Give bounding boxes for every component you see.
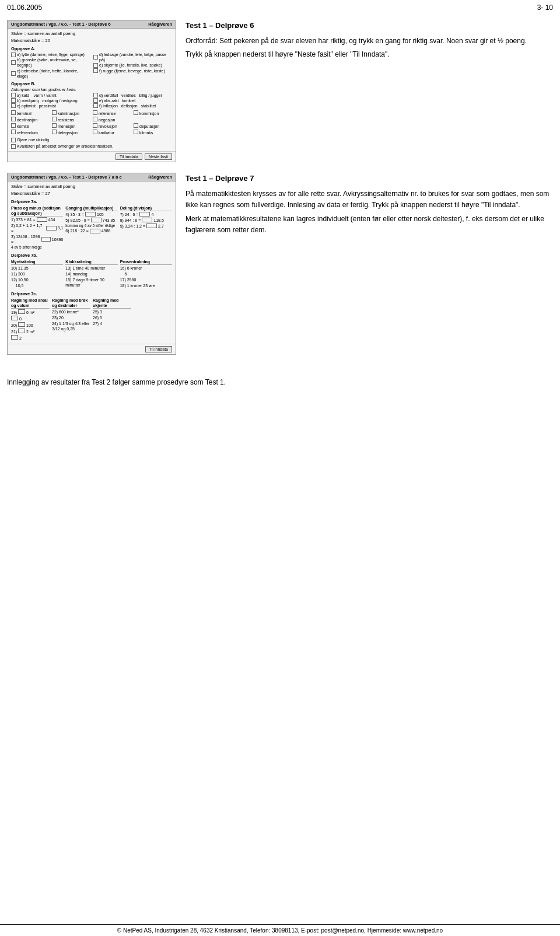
til-inndata-btn1[interactable]: Til inndata [116,153,142,160]
syn-item2: kulminasjon [52,110,90,116]
areal-row5: 2 [11,335,50,341]
screenshot7-advisor: Rådgiveren [148,174,172,180]
pros-row1: 16) 6 kroner [120,266,172,271]
col2-header: Ganging (multiplikasjon) [65,205,117,211]
math7b-col3: Prosentrakning 16) 6 kroner 6 17) 2580 1… [120,259,172,289]
task-a-item4: d) ledsage (vandre, lele, følge, passe p… [93,52,172,62]
pros-row2: 6 [120,271,172,277]
task-b-item5: e) abs-rakt konkret [93,98,172,103]
page-date: 01.06.2005 [7,4,42,12]
math1-row2: 2) 0,2 + 1,2 + 1,7 =3,1 [11,223,63,233]
task-a-item5: e) skjemte (jle, fortells, live, spøke) [93,62,172,68]
bottom-text-section: Innlegging av resultater fra Test 2 følg… [0,372,560,393]
math7c-columns: Ragning med areal og volum 19) 6 m² 0 20… [11,298,172,342]
klok-row2: 14) mandag [65,271,117,277]
screenshot6-title: Ungdomstrinnet / vgs. / v.o. - Test 1 - … [11,22,111,27]
math7c-col3: Ragning med ukjente 25) 3 26) 5 27) 4 [93,298,131,342]
task-e-section: Kvaliteten på arbeidet avhenger av arbei… [11,144,172,149]
math7b-col1: Myntrakning 10) 11,35 11) 300 12) 10,50 … [11,259,63,289]
screenshot7-body: Skåre = summen av antall poeng Maksimals… [8,181,176,344]
klokkrakning-header: Klokkrakning [65,259,117,265]
math7b-columns: Myntrakning 10) 11,35 11) 300 12) 10,50 … [11,259,172,289]
task-7a-header: Delprøve 7a. [11,199,172,205]
main-content: Ungdomstrinnet / vgs. / v.o. - Test 1 - … [0,15,560,370]
score-label: Skåre = summen av antall poeng [11,31,172,37]
klok-row1: 13) 1 time 40 minutter [65,266,117,271]
task-b-note: Antonymer som kan godtas er f.eks. [11,87,172,92]
section1-text: Test 1 – Delprøve 6 Ordforråd: Sett peke… [186,20,553,62]
task-a-header: Oppgave A. [11,46,172,52]
pros-row4: 18) 1 kroner 23 øre [120,283,172,288]
math2-row1: 4) 35 · 3 =105 [65,212,117,217]
math2-row3: 6) 218 · 22 =4988 [65,228,117,233]
task-a-col2: d) ledsage (vandre, lele, følge, passe p… [93,52,172,78]
syn-item10: menesjon [52,123,90,129]
neste-fasit-btn[interactable]: Neste fasit [145,153,172,160]
task-b-header: Oppgave B. [11,81,172,87]
screenshot-delprove7: Ungdomstrinnet / vgs. / v.o. - Test 1 - … [7,173,176,355]
col1-header: Pluss og minus (addisjon og subtraksjon) [11,205,63,216]
task-a-item2: b) granske (søke, undersøke, se, begripe… [11,57,90,68]
task-d-item: Gjøre noe uklodig. [11,137,172,142]
task-a-item1: a) lytte (dømme, reise, flyge, springe) [11,52,90,57]
syn-item9: komité [11,123,50,129]
section2-para2: Merk at matematikkresultatene kan lagres… [186,214,553,236]
task-7b-header: Delprøve 7b. [11,253,172,259]
math7b-col2: Klokkrakning 13) 1 time 40 minutter 14) … [65,259,117,289]
screenshot-delprove6: Ungdomstrinnet / vgs. / v.o. - Test 1 - … [7,20,176,162]
math7c-col2: Ragning med brøk og desimaler 22) 600 kr… [52,298,90,342]
brok-row1: 22) 600 krone* [52,309,90,315]
math-col2: Ganging (multiplikasjon) 4) 35 · 3 =105 … [65,205,117,250]
section-delprove7: Ungdomstrinnet / vgs. / v.o. - Test 1 - … [7,173,553,355]
myntrakning-header: Myntrakning [11,259,63,265]
math-columns: Pluss og minus (addisjon og subtraksjon)… [11,205,172,250]
task-a-content: a) lytte (dømme, reise, flyge, springe) … [11,52,172,78]
screenshot7-header: Ungdomstrinnet / vgs. / v.o. - Test 1 - … [8,173,176,181]
task-e-item: Kvaliteten på arbeidet avhenger av arbei… [11,144,172,149]
math1-row3: 3) 12468 - 1598 =10890 [11,234,63,245]
syn-item6: resistens [52,117,90,123]
syn-item15: karikatur [93,130,131,135]
math2-row2: 5) 82,05 · 9 =743,85 [65,218,117,223]
syn-item14: delegasjon [52,130,90,135]
areal-row1: 19) 6 m² [11,309,50,315]
task-b-item2: b) medgang motgang / nedgang [11,98,90,103]
myn-row1: 10) 11,35 [11,266,63,271]
math-col3: Deling (divisjon) 7) 24 : 6 =4 8) 944 : … [120,205,172,250]
klok-row3: 15) 7 dagn 9 timer 30 minutter [65,277,117,288]
task-b-content: a) kald varm / varmt b) medgang motgang … [11,93,172,109]
myn-row4: 10,5 [11,283,63,288]
ukj-row2: 26) 5 [93,315,131,320]
brok-header: Ragning med brøk og desimaler [52,298,90,309]
section2-text: Test 1 – Delprøve 7 På matematikktesten … [186,173,553,238]
synword-grid: terminal kulminasjon referanse kommisjon… [11,110,172,135]
section1-title: Test 1 – Delprøve 6 [186,20,553,32]
math2-note: komma og 4 av 5 siffer riktige [65,223,117,228]
myn-row3: 12) 10,50 [11,277,63,282]
page-number: 3- 10 [537,4,553,12]
task-c-section: terminal kulminasjon referanse kommisjon… [11,110,172,135]
section2-para1: På matematikktesten krysses av for alle … [186,188,553,211]
task-a-item6: f) rugge (fjerne, bevege, riste, kaste) [93,68,172,74]
page-header: 01.06.2005 3- 10 [0,0,560,15]
math7c-col1: Ragning med areal og volum 19) 6 m² 0 20… [11,298,50,342]
syn-item3: referanse [93,110,131,116]
math1-note: 4 av 5 siffer riktige [11,245,63,250]
math1-row1: 1) 373 + 81 =454 [11,217,63,222]
screenshot6-advisor: Rådgiveren [148,22,172,27]
syn-item12: deputasjon [134,123,172,129]
prosentrakning-header: Prosentrakning [120,259,172,265]
syn-item8 [134,117,172,123]
task-b-item6: f) inflasjon deflasjon stabilitet [93,103,172,109]
screenshot7-footer: Til inndata [8,344,176,354]
ukj-row3: 27) 4 [93,321,131,326]
task-d-section: Gjøre noe uklodig. [11,137,172,142]
math3-row2: 8) 944 : 8 =118,5 [120,218,172,223]
max7-score: Maksimalskåre = 27 [11,191,172,197]
task-b-item3: c) optimist pessimist [11,103,90,109]
math3-row1: 7) 24 : 6 =4 [120,212,172,217]
brok-row2: 23) 20 [52,315,90,320]
bottom-text-content: Innlegging av resultater fra Test 2 følg… [7,377,553,388]
syn-item4: kommisjon [134,110,172,116]
til-inndata-btn2[interactable]: Til inndata [145,346,172,352]
